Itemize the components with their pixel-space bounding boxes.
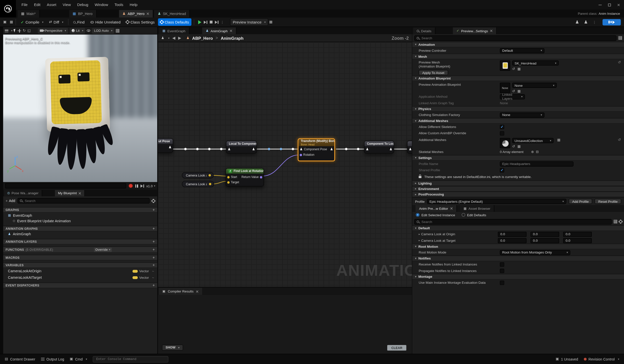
allow-different-skeletons-checkbox[interactable]: ✓ (500, 125, 504, 129)
revision-control-dropdown[interactable]: Revision Control▾ (584, 357, 619, 361)
menu-help[interactable]: Help (126, 0, 141, 10)
node-find-look-at-rotation[interactable]: f Find Look at Rotation Start Target Ret… (226, 168, 264, 186)
search-input[interactable] (24, 198, 147, 203)
content-drawer-button[interactable]: ▤ Content Drawer (5, 357, 35, 361)
close-tab-icon[interactable] (450, 207, 453, 210)
close-tab-icon[interactable] (490, 30, 493, 32)
add-macro-icon[interactable]: + (153, 256, 155, 260)
section-animation-blueprint[interactable]: ▾Animation Blueprint (412, 76, 624, 81)
node-get-camera-look-at-target[interactable]: Camera Look at Target (182, 181, 214, 187)
menu-window[interactable]: Window (91, 0, 111, 10)
debug-filter-icon[interactable]: ♟ (161, 36, 164, 40)
filter-gear-icon[interactable] (152, 199, 155, 202)
rotate-tool-icon[interactable]: ↻ (23, 29, 26, 32)
section-additional-meshes[interactable]: ▾Additional Meshes (412, 118, 624, 124)
section-animation-graphs[interactable]: ANIMATION GRAPHS + (3, 226, 157, 231)
vector-output-pin[interactable] (209, 183, 212, 185)
tab-bp-hero[interactable]: ▦ BP_Hero (69, 10, 97, 18)
add-function-icon[interactable]: + (153, 248, 155, 252)
node-output-pose-clipped[interactable]: ♟ (407, 141, 412, 154)
override-dropdown[interactable]: Override▾ (94, 248, 112, 252)
node-component-to-local[interactable]: Component To Local ♟ ♟ (364, 141, 394, 154)
move-tool-icon[interactable] (18, 29, 21, 32)
console-command-input[interactable] (93, 356, 168, 362)
my-blueprint-search[interactable] (18, 198, 149, 204)
show-filter-dropdown[interactable]: SHOW▾ (162, 344, 183, 350)
maximize-icon[interactable] (608, 4, 611, 6)
receive-notifies-checkbox[interactable]: ✓ (500, 262, 504, 266)
section-event-dispatchers[interactable]: EVENT DISPATCHERS + (3, 282, 157, 288)
vector-output-pin[interactable] (209, 174, 211, 176)
reset-to-default-icon[interactable]: ↺ (618, 138, 621, 142)
pose-output-pin[interactable]: ♟ (330, 148, 333, 151)
use-main-montage-checkbox[interactable]: ✓ (500, 280, 504, 285)
tab-compiler-results[interactable]: ▣ Compiler Results (159, 288, 202, 295)
reset-profile-button[interactable]: Reset Profile (595, 199, 621, 204)
menu-view[interactable]: View (60, 0, 74, 10)
profile-name-input[interactable]: Epic Headquarters (500, 161, 573, 166)
hide-unrelated-button[interactable]: Hide Unrelated (88, 18, 123, 26)
propagate-notifies-checkbox[interactable]: ✓ (500, 269, 504, 273)
close-tab-icon[interactable] (78, 192, 81, 194)
preview-ab-dropdown[interactable]: None▾ (512, 83, 557, 88)
delete-array-icon[interactable]: ⊟ (536, 150, 539, 154)
additional-meshes-dropdown[interactable]: UnsavedCollection▾ (512, 138, 553, 143)
close-tab-icon[interactable] (230, 30, 233, 32)
console-input[interactable] (95, 357, 165, 361)
item-eventgraph[interactable]: ▦ EventGraph (3, 213, 157, 218)
add-animation-layer-icon[interactable]: + (153, 240, 155, 244)
output-log-button[interactable]: Output Log (41, 357, 64, 361)
tab-eventgraph[interactable]: ▦ EventGraph (159, 28, 189, 34)
node-local-to-component[interactable]: Local To Component ♟ ♟ (226, 141, 257, 154)
preview-instance-dropdown[interactable]: Preview Instance▾ (230, 18, 269, 26)
clothing-dropdown[interactable]: None▾ (500, 112, 544, 118)
play-options-icon[interactable]: ⋮ (221, 20, 224, 24)
application-method-dropdown[interactable]: Linked Layers▾ (500, 94, 525, 100)
pose-output-pin[interactable]: ♟ (252, 148, 255, 151)
clear-button[interactable]: CLEAR (387, 345, 406, 350)
breadcrumb-current[interactable]: AnimGraph (221, 36, 244, 40)
frame-skip-button[interactable] (204, 20, 207, 24)
menu-file[interactable]: File (18, 0, 31, 10)
graph-canvas[interactable]: ANIMATION ut Pose ♟ (158, 42, 412, 287)
grid-snap-icon[interactable] (116, 29, 119, 32)
pose-input-pin[interactable]: ♟ (409, 148, 412, 151)
item-animgraph[interactable]: ♟ AnimGraph (3, 231, 157, 237)
use-selected-icon[interactable]: ↺ (512, 144, 515, 148)
variable-row[interactable]: CameraLookAtTarget Vector ~ (3, 274, 157, 280)
section-default[interactable]: ▾Default (412, 226, 624, 231)
tab-details[interactable]: Details (413, 28, 435, 34)
breadcrumb-root[interactable]: ABP_Hero (192, 36, 213, 40)
section-animation-layers[interactable]: ANIMATION LAYERS + (3, 239, 157, 244)
section-functions[interactable]: FUNCTIONS (5 OVERRIDABLE) Override▾ + (3, 246, 157, 253)
target-pin[interactable]: Target (227, 180, 239, 184)
section-settings[interactable]: ▾Settings (412, 155, 624, 161)
settings-gear-icon[interactable] (619, 220, 622, 223)
rotation-pin[interactable]: Rotation (300, 153, 314, 156)
browse-to-asset-icon[interactable]: ▦ (517, 144, 521, 148)
menu-debug[interactable]: Debug (74, 0, 92, 10)
preview-search[interactable] (414, 219, 612, 224)
tab-main-level[interactable]: ▦ Main* (18, 10, 40, 18)
tab-abp-hero[interactable]: ♟ ABP_Hero (119, 10, 153, 18)
pick-asset-icon[interactable]: ▦ (557, 138, 560, 142)
pause-button[interactable] (135, 184, 138, 188)
add-animation-graph-icon[interactable]: + (153, 226, 155, 230)
display-options-icon[interactable] (618, 36, 622, 40)
skeleton-icon[interactable]: ♟ (584, 20, 588, 24)
shared-profile-checkbox[interactable]: ✓ (500, 168, 504, 172)
origin-x-field[interactable]: 0.0 (498, 232, 526, 237)
menu-edit[interactable]: Edit (31, 0, 44, 10)
playback-speed-dropdown[interactable]: x1.0▾ (146, 184, 155, 188)
cmd-dropdown[interactable]: ▣ Cmd▾ (70, 357, 87, 361)
perspective-dropdown[interactable]: Perspective▾ (38, 28, 68, 34)
section-lighting[interactable]: ▸Lighting (412, 180, 624, 186)
record-button[interactable] (128, 184, 133, 188)
class-settings-button[interactable]: Class Settings (124, 18, 157, 26)
show-flags-icon[interactable] (87, 30, 90, 32)
add-profile-button[interactable]: Add Profile (569, 199, 592, 204)
node-transform-modify-bone[interactable]: Transform (Modify) Bone Bone: Head ♟Comp… (298, 138, 335, 161)
use-selected-icon[interactable]: ↺ (512, 67, 515, 71)
minimize-icon[interactable] (598, 4, 602, 5)
component-pose-pin[interactable]: ♟Component Pose (300, 148, 327, 151)
